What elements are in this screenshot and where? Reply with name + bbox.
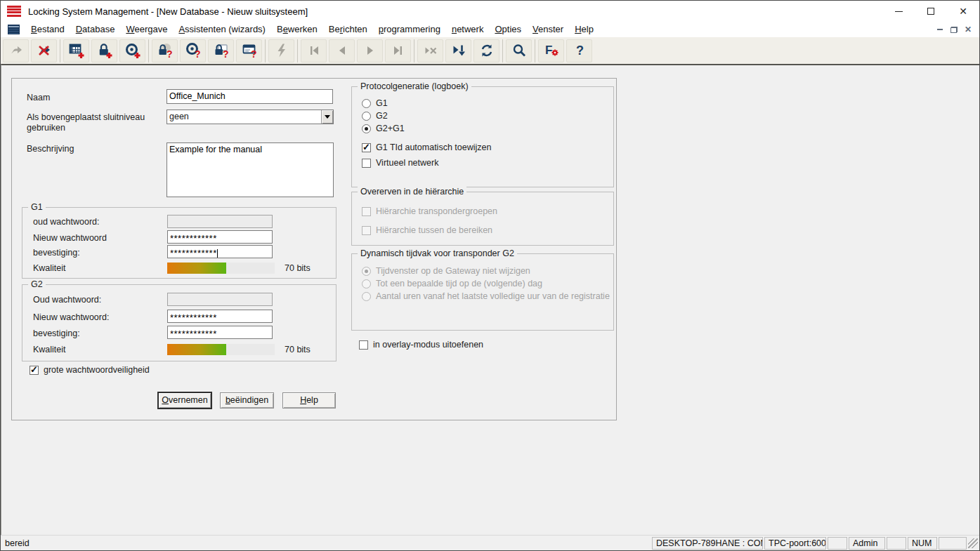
nav-last-icon [391,43,406,58]
dropdown-button[interactable] [321,110,333,124]
lightning-icon [274,43,289,58]
svg-text:?: ? [576,44,584,58]
minimize-icon [895,11,903,12]
quit-button[interactable]: beëindigen [220,392,274,409]
virtual-network-checkbox[interactable]: Virtueel netwerk [362,158,438,168]
menu-database[interactable]: Database [70,22,121,36]
first-record-button[interactable] [301,39,327,62]
text-cursor [217,249,218,258]
checkbox-disabled-icon [362,207,371,216]
document-icon[interactable] [8,25,20,34]
menu-bewerken[interactable]: Bewerken [271,22,323,36]
menu-assistenten[interactable]: Assistenten (wizards) [173,22,271,36]
svg-text:?: ? [195,48,201,59]
apply-button[interactable]: Overnemen [158,392,211,409]
close-button[interactable]: ✕ [947,1,979,22]
new-locking-system-button[interactable] [63,39,89,62]
transponder-plus-icon [124,42,141,59]
g1-group-title: G1 [28,202,46,212]
status-empty-1 [828,537,847,550]
previous-record-button[interactable] [329,39,355,62]
read-transponder-button[interactable]: ? [180,39,206,62]
read-lock-button[interactable]: ? [152,39,178,62]
g1-tid-auto-checkbox[interactable]: G1 TId automatisch toewijzen [362,142,491,152]
resize-grip[interactable] [968,538,978,548]
radio-g2-g1[interactable]: G2+G1 [362,124,405,133]
menu-opties[interactable]: Opties [489,22,527,36]
read-window-button[interactable]: ? [236,39,262,62]
logon-button[interactable] [3,39,29,62]
checkbox-icon [362,159,371,168]
status-empty-3 [939,537,967,550]
overlay-mode-checkbox[interactable]: in overlay-modus uitoefenen [359,340,483,350]
filter-button[interactable]: F [538,39,564,62]
radio-disabled-selected-icon [362,267,371,276]
mdi-restore-button[interactable] [947,23,961,36]
maximize-button[interactable] [915,1,947,22]
protocol-group-title: Protocolgeneratie (logboek) [358,81,471,91]
simonsvoss-logo-icon [7,6,21,17]
menu-venster[interactable]: Venster [527,22,569,36]
last-record-button[interactable] [385,39,411,62]
menu-help[interactable]: Help [569,22,599,36]
cancel-search-button[interactable] [417,39,443,62]
menu-bestand[interactable]: Bestand [25,22,70,36]
parent-level-label: Als bovengeplaatst sluitniveau gebruiken [27,112,150,133]
mdi-close-button[interactable]: ✕ [961,23,975,36]
close-icon: ✕ [959,6,967,16]
g1-old-password-label: oud wachtwoord: [33,217,100,227]
toolbar: ? ? ? ? [1,37,979,64]
search-button[interactable] [506,39,532,62]
svg-text:F: F [545,44,552,57]
menu-berichten[interactable]: Berichten [323,22,373,36]
g1-quality-label: Kwaliteit [33,263,66,274]
refresh-button[interactable] [473,39,499,62]
status-bar: bereid DESKTOP-789HANE : COM(*) TPC-poor… [1,535,979,550]
mdi-minimize-button[interactable] [933,23,947,36]
refresh-icon [479,43,495,58]
help-button[interactable]: ? [566,39,592,62]
g2-new-password-input[interactable]: ************ [167,310,273,323]
high-security-checkbox[interactable]: grote wachtwoordveiligheid [30,365,150,375]
logoff-button[interactable] [31,39,57,62]
goto-record-button[interactable] [445,39,471,62]
radio-disabled-icon [362,292,371,301]
radio-g1[interactable]: G1 [362,98,388,108]
g2-confirm-label: bevestiging: [33,328,80,339]
question-icon: ? [572,43,587,58]
radio-g2[interactable]: G2 [362,111,388,121]
next-record-button[interactable] [357,39,383,62]
menu-weergave[interactable]: Weergave [120,22,173,36]
description-textarea[interactable]: Example for the manual [166,142,334,197]
mdi-minimize-icon [937,29,943,30]
new-lock-button[interactable] [91,39,117,62]
g2-quality-label: Kwaliteit [33,345,66,355]
g2-confirm-input[interactable]: ************ [167,326,273,339]
status-connection: DESKTOP-789HANE : COM(*) [652,537,763,550]
g1-new-password-input[interactable]: ************ [167,230,273,244]
help-dialog-button[interactable]: Help [282,392,336,409]
locking-system-properties-panel: Naam Office_Munich Als bovengeplaatst sl… [11,78,617,420]
g1-confirm-input[interactable]: ************ [167,245,273,258]
minimize-button[interactable] [882,1,915,22]
program-button[interactable] [268,39,294,62]
new-transponder-button[interactable] [119,39,145,62]
g2-old-password-input [167,293,273,306]
chevron-down-icon [325,115,330,119]
g1-quality-bits: 70 bits [285,263,311,274]
g1-old-password-input [167,215,273,228]
checkbox-checked-icon [30,366,39,375]
menu-programmering[interactable]: programmering [373,22,446,36]
read-lock-alt-button[interactable]: ? [208,39,234,62]
menu-netwerk[interactable]: netwerk [446,22,490,36]
svg-text:?: ? [166,48,173,59]
inheritance-group-title: Overerven in de hiërarchie [358,187,466,197]
matrix-plus-icon [68,42,85,59]
high-security-label: grote wachtwoordveiligheid [44,365,150,375]
g2-group: G2 Oud wachtwoord: Nieuw wachtwoord: ***… [22,284,337,361]
lock-card-question-icon: ? [213,42,230,59]
g2-old-password-label: Oud wachtwoord: [33,295,101,305]
parent-level-dropdown[interactable]: geen [166,109,334,124]
mdi-restore-icon [950,27,958,33]
name-input[interactable]: Office_Munich [166,89,333,104]
